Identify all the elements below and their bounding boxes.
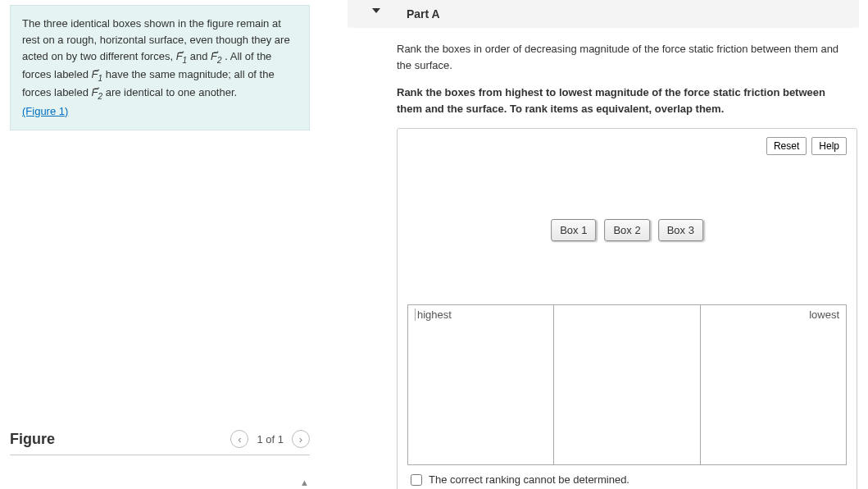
rank-item-box3[interactable]: Box 3 — [658, 219, 703, 241]
collapse-icon[interactable]: ▲ — [300, 478, 309, 487]
question-description: Rank the boxes in order of decreasing ma… — [397, 41, 849, 73]
rank-label-highest: highest — [415, 308, 452, 321]
problem-text-mid: and — [190, 50, 211, 62]
figure-pager: ‹ 1 of 1 › — [230, 430, 310, 448]
rank-slot-3[interactable] — [701, 305, 846, 464]
caret-down-icon — [372, 8, 380, 13]
force-f1b: →F1 — [92, 68, 103, 80]
cannot-determine-label: The correct ranking cannot be determined… — [429, 473, 629, 486]
figure-title: Figure — [10, 431, 230, 448]
problem-text-4: are identical to one another. — [106, 86, 237, 98]
rank-item-box2[interactable]: Box 2 — [604, 219, 649, 241]
rank-item-box1[interactable]: Box 1 — [551, 219, 596, 241]
figure-page-indicator: 1 of 1 — [257, 433, 284, 446]
cannot-determine-row[interactable]: The correct ranking cannot be determined… — [407, 473, 847, 486]
rank-label-lowest: lowest — [809, 308, 839, 321]
figure-link[interactable]: (Figure 1) — [22, 105, 68, 117]
part-header[interactable]: Part A — [348, 0, 859, 28]
figure-panel-header: Figure ‹ 1 of 1 › — [10, 430, 310, 455]
item-pool: Box 1 Box 2 Box 3 — [407, 137, 847, 301]
problem-statement: The three identical boxes shown in the f… — [10, 5, 310, 130]
question-instruction: Rank the boxes from highest to lowest ma… — [397, 85, 849, 117]
force-f2: →F2 — [211, 50, 222, 62]
part-label: Part A — [407, 7, 440, 21]
ranking-widget: Reset Help Box 1 Box 2 Box 3 highest low… — [397, 128, 857, 489]
force-f1: →F1 — [176, 50, 188, 62]
figure-next-button[interactable]: › — [292, 430, 310, 448]
ranking-dropzone[interactable]: highest lowest — [407, 304, 847, 465]
rank-slot-2[interactable] — [554, 305, 700, 464]
rank-slot-1[interactable] — [408, 305, 554, 464]
cannot-determine-checkbox[interactable] — [411, 474, 422, 486]
force-f2b: →F2 — [92, 86, 103, 98]
figure-prev-button[interactable]: ‹ — [230, 430, 248, 448]
